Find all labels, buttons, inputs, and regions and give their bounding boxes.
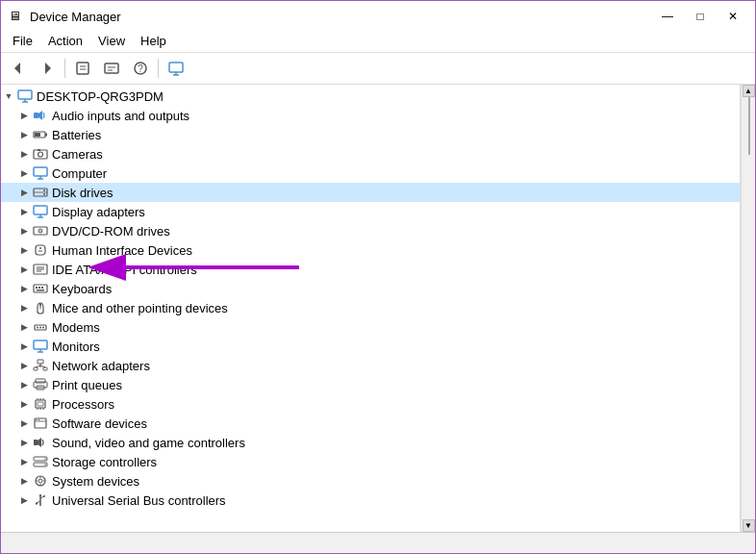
system-icon: [32, 473, 49, 489]
title-bar: 🖥 Device Manager — □ ✕: [1, 1, 755, 30]
main-content: ▼ DESKTOP-QRG3PDM ▶: [1, 85, 755, 532]
tree-item-hid[interactable]: ▶ Human Interface Devices: [1, 240, 740, 260]
hid-expand[interactable]: ▶: [16, 242, 32, 258]
tree-item-dvd[interactable]: ▶ DVD/CD-ROM drives: [1, 221, 740, 240]
tree-item-computer[interactable]: ▶ Computer: [1, 164, 740, 183]
tree-item-mice[interactable]: ▶ Mice and other pointing devices: [1, 298, 740, 317]
menu-help[interactable]: Help: [133, 32, 174, 50]
tree-item-software[interactable]: ▶ Software devices: [1, 414, 740, 433]
update-driver-button[interactable]: [98, 56, 125, 81]
status-bar: [1, 532, 755, 553]
modems-expand[interactable]: ▶: [16, 319, 32, 335]
svg-point-91: [43, 495, 45, 497]
menu-view[interactable]: View: [90, 32, 133, 50]
tree-item-modems[interactable]: ▶ Modems: [1, 317, 740, 337]
keyboards-expand[interactable]: ▶: [16, 281, 32, 296]
monitors-expand[interactable]: ▶: [16, 339, 32, 354]
svg-point-37: [39, 247, 41, 249]
svg-line-61: [36, 365, 40, 367]
tree-item-cameras[interactable]: ▶ Cameras: [1, 144, 740, 164]
tree-item-sound[interactable]: ▶ Sound, video and game controllers: [1, 433, 740, 452]
tree-item-monitors[interactable]: ▶ Monitors: [1, 337, 740, 356]
minimize-button[interactable]: —: [653, 7, 682, 26]
device-manager-window: 🖥 Device Manager — □ ✕ File Action View …: [0, 0, 756, 554]
svg-point-51: [37, 327, 38, 329]
print-label: Print queues: [52, 378, 122, 392]
help-icon: ?: [133, 61, 148, 76]
disk-expand[interactable]: ▶: [16, 185, 32, 200]
tree-panel[interactable]: ▼ DESKTOP-QRG3PDM ▶: [1, 85, 741, 532]
close-button[interactable]: ✕: [718, 7, 747, 26]
tree-item-audio[interactable]: ▶ Audio inputs and outputs: [1, 106, 740, 125]
svg-point-29: [43, 193, 45, 195]
tree-item-ide[interactable]: ▶ IDE ATA/ATAPI controllers: [1, 260, 740, 279]
scroll-up-button[interactable]: ▲: [743, 85, 755, 97]
scroll-down-button[interactable]: ▼: [743, 519, 755, 532]
tree-item-disk[interactable]: ▶ Disk drives: [1, 183, 740, 202]
scrollbar[interactable]: ▲ ▼: [741, 85, 755, 532]
ide-expand[interactable]: ▶: [16, 262, 32, 277]
svg-point-53: [42, 327, 44, 329]
tree-item-system[interactable]: ▶ System devices: [1, 471, 740, 491]
display-expand[interactable]: ▶: [16, 204, 32, 219]
modems-label: Modems: [52, 320, 100, 335]
sound-icon: [32, 435, 49, 450]
network-expand[interactable]: ▶: [16, 358, 32, 373]
cameras-icon: [32, 146, 49, 162]
properties-button[interactable]: [69, 56, 96, 81]
svg-rect-46: [41, 287, 43, 289]
software-icon: [32, 416, 49, 431]
usb-icon: [32, 492, 49, 508]
computer-expand[interactable]: ▶: [16, 165, 32, 181]
back-button[interactable]: [5, 56, 32, 81]
tree-root[interactable]: ▼ DESKTOP-QRG3PDM: [1, 87, 740, 106]
tree-item-usb[interactable]: ▶ Universal Serial Bus controllers: [1, 491, 740, 510]
tree-item-processors[interactable]: ▶ Processors: [1, 394, 740, 414]
sound-expand[interactable]: ▶: [16, 435, 32, 450]
print-expand[interactable]: ▶: [16, 377, 32, 392]
svg-rect-16: [34, 113, 38, 118]
svg-point-21: [38, 152, 43, 157]
tree-item-display[interactable]: ▶ Display adapters: [1, 202, 740, 221]
menu-action[interactable]: Action: [40, 32, 90, 50]
dvd-expand[interactable]: ▶: [16, 223, 32, 239]
tree-item-keyboards[interactable]: ▶ Keyboards: [1, 279, 740, 298]
svg-rect-2: [77, 63, 88, 74]
system-expand[interactable]: ▶: [16, 473, 32, 489]
display-label: Display adapters: [52, 205, 145, 219]
help-button[interactable]: ?: [127, 56, 154, 81]
disk-label: Disk drives: [52, 186, 113, 200]
storage-expand[interactable]: ▶: [16, 454, 32, 469]
processors-label: Processors: [52, 397, 114, 412]
svg-rect-19: [35, 133, 40, 137]
computer-button[interactable]: [163, 56, 189, 81]
svg-rect-30: [34, 206, 47, 214]
audio-expand[interactable]: ▶: [16, 108, 32, 123]
forward-button[interactable]: [34, 56, 61, 81]
mice-expand[interactable]: ▶: [16, 300, 32, 315]
title-bar-left: 🖥 Device Manager: [9, 9, 121, 24]
svg-rect-93: [36, 503, 38, 505]
disk-icon: [32, 185, 49, 200]
usb-expand[interactable]: ▶: [16, 492, 32, 508]
svg-rect-66: [36, 400, 45, 408]
svg-marker-1: [45, 63, 51, 74]
mice-label: Mice and other pointing devices: [52, 301, 228, 315]
svg-point-49: [39, 304, 41, 306]
root-computer-icon: [16, 88, 34, 104]
scroll-thumb[interactable]: [748, 97, 750, 155]
tree-item-storage[interactable]: ▶ Storage controllers: [1, 452, 740, 471]
cameras-expand[interactable]: ▶: [16, 146, 32, 162]
tree-item-network[interactable]: ▶ Network adapters: [1, 356, 740, 375]
root-expand-icon[interactable]: ▼: [1, 88, 16, 104]
modems-icon: [32, 319, 49, 335]
maximize-button[interactable]: □: [686, 7, 715, 26]
tree-item-print[interactable]: ▶ Print queues: [1, 375, 740, 394]
menu-file[interactable]: File: [5, 32, 40, 50]
svg-point-28: [43, 189, 45, 191]
tree-item-batteries[interactable]: ▶ Batteries: [1, 125, 740, 144]
processors-expand[interactable]: ▶: [16, 396, 32, 412]
batteries-expand[interactable]: ▶: [16, 127, 32, 142]
software-expand[interactable]: ▶: [16, 416, 32, 431]
svg-point-81: [44, 458, 46, 460]
